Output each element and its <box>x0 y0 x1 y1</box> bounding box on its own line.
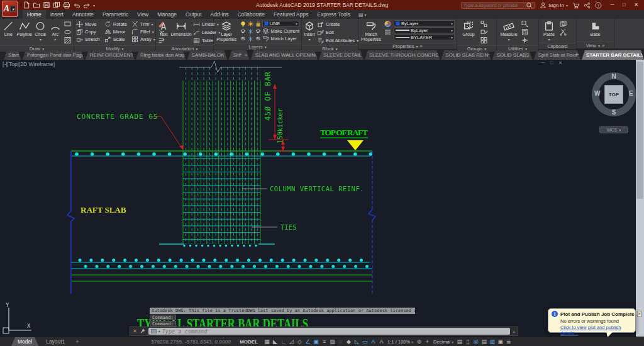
file-tab-sleeve-detail[interactable]: SLEEVE DETAIL✕ <box>319 50 364 60</box>
file-tab-reinforcement[interactable]: REINFORCEMENT✕ <box>86 50 135 60</box>
panel-title-properties[interactable]: Properties▾» <box>358 43 457 49</box>
share-icon[interactable] <box>584 2 591 9</box>
ribbon-tab-insert[interactable]: Insert <box>46 10 68 19</box>
new-file-icon[interactable] <box>23 1 30 9</box>
object-snap-icon[interactable]: ▣ <box>312 338 320 345</box>
copy-button[interactable]: Copy <box>76 28 100 35</box>
file-tab-solid-slab-rein-[interactable]: SOLID SLAB REIN*✕ <box>441 50 491 60</box>
array-button[interactable]: Array▾ <box>131 35 155 43</box>
make-current-button[interactable]: Make Current <box>262 28 299 35</box>
scale-button[interactable]: Scale <box>104 35 127 43</box>
layout1-tab[interactable]: Layout1 <box>40 337 71 346</box>
layer-off-icon[interactable] <box>255 28 262 35</box>
command-recent-icon[interactable] <box>151 329 157 333</box>
drawing-canvas[interactable]: CONCRETE GRADE 65 45Ø OF BAR 150kicker T… <box>0 60 644 337</box>
hatch-icon[interactable] <box>64 36 72 44</box>
ribbon-tab-annotate[interactable]: Annotate <box>68 10 98 19</box>
file-tab-samb-balok[interactable]: SAMB-BALOK✕ <box>187 50 228 60</box>
layer-on-icon[interactable] <box>240 21 247 27</box>
dwg-close-icon[interactable]: ✕ <box>558 60 562 65</box>
command-close-icon[interactable]: ✕ <box>133 328 137 334</box>
command-input[interactable] <box>162 328 508 335</box>
annotation-monitor-icon[interactable]: + <box>423 338 431 345</box>
quick-select-icon[interactable] <box>521 20 529 28</box>
3d-osnap-icon[interactable]: ◆ <box>345 338 353 345</box>
viewcube-east[interactable]: E <box>629 90 633 97</box>
panel-title-utilities[interactable]: Utilities▾ <box>497 45 538 52</box>
new-layout-button[interactable]: + <box>72 338 82 345</box>
lock-ui-icon[interactable]: ▯ <box>464 338 472 345</box>
mirror-button[interactable]: Mirror <box>104 28 127 35</box>
stretch-button[interactable]: Stretch <box>76 35 100 43</box>
measure-button[interactable]: Measure▾ <box>499 20 519 42</box>
match-properties-button[interactable]: Match Properties <box>360 20 382 42</box>
ribbon-tab-output[interactable]: Output <box>181 10 206 19</box>
notification-link[interactable]: Click to view plot and publish details..… <box>560 325 632 336</box>
match-layer-button[interactable]: Match Layer <box>262 35 297 43</box>
viewcube-north[interactable]: N <box>585 73 643 80</box>
layer-isolate-icon[interactable] <box>240 28 247 35</box>
redo-icon[interactable] <box>83 1 91 9</box>
ribbon-tab-view[interactable]: View <box>133 10 153 19</box>
base-button[interactable]: Base <box>587 20 604 37</box>
circle-button[interactable]: Circle▾ <box>34 20 47 42</box>
notification-close-icon[interactable]: ✕ <box>637 311 641 317</box>
rotate-button[interactable]: Rotate <box>104 20 127 28</box>
plot-icon[interactable] <box>63 1 70 9</box>
file-tab-start[interactable]: Start <box>4 50 21 60</box>
panel-title-modify[interactable]: Modify▾ <box>74 45 155 52</box>
quick-properties-icon[interactable]: ▤ <box>455 338 464 345</box>
color-wheel-icon[interactable] <box>384 20 392 28</box>
ortho-icon[interactable]: ∟ <box>279 338 287 345</box>
file-tab-slab-and-wall-opening-[interactable]: SLAB AND WALL OPENING*✕ <box>251 50 318 60</box>
group-manager-icon[interactable] <box>480 36 488 44</box>
undo-icon[interactable] <box>73 1 80 9</box>
ribbon-tab-collaborate[interactable]: Collaborate <box>233 10 269 19</box>
file-tab-sill-[interactable]: Sill*✕ <box>228 50 249 60</box>
tab-close-icon[interactable]: ✕ <box>227 53 228 58</box>
dwg-restore-icon[interactable]: □ <box>550 60 553 65</box>
units-label[interactable]: Decimal ▾ <box>431 339 455 345</box>
isometric-drafting-icon[interactable]: ◇ <box>296 338 304 345</box>
command-input-field[interactable]: ▾ <box>148 328 511 335</box>
tab-close-icon[interactable]: ✕ <box>244 53 248 58</box>
app-store-icon[interactable] <box>572 2 579 9</box>
line-button[interactable]: Line <box>2 20 15 37</box>
ribbon-tab-parametric[interactable]: Parametric <box>98 10 133 19</box>
edit-block-button[interactable]: Edit <box>317 28 358 36</box>
panel-expander-icon[interactable]: » <box>602 43 604 48</box>
copy-clip-icon[interactable] <box>559 20 567 28</box>
command-expand-icon[interactable]: ▴ <box>513 329 515 334</box>
search-icon[interactable] <box>526 2 533 9</box>
ribbon-tab-add-ins[interactable]: Add-ins <box>206 10 233 19</box>
panel-title-groups[interactable]: Groups▾ <box>457 45 496 52</box>
panel-title-draw[interactable]: Draw▾ <box>0 45 74 52</box>
ribbon-tab-manage[interactable]: Manage <box>153 10 181 19</box>
dwg-minimize-icon[interactable]: ─ <box>541 60 545 65</box>
panel-title-clipboard[interactable]: Clipboard <box>539 43 576 49</box>
panel-expander-icon[interactable]: » <box>420 43 423 49</box>
wcs-dropdown[interactable]: WCS▾ <box>599 126 628 133</box>
close-button[interactable]: ✕ <box>630 1 642 9</box>
command-customize-icon[interactable] <box>140 328 146 335</box>
linetype-list-icon[interactable] <box>384 28 392 36</box>
rectangle-icon[interactable] <box>64 20 72 28</box>
plot-status-icon[interactable]: ▤ <box>480 338 488 345</box>
panel-title-block[interactable]: Block▾ <box>302 45 358 52</box>
transparency-icon[interactable]: ▨ <box>328 338 336 345</box>
ribbon-tab-featured-apps[interactable]: Featured Apps <box>269 10 313 19</box>
file-tab-sleeve-through-concrete[interactable]: SLEEVE THROUGH CONCRETE✕ <box>365 50 440 60</box>
layer-thaw-icon[interactable] <box>247 21 254 27</box>
clean-screen-icon[interactable]: ▣ <box>496 338 504 345</box>
quick-calc-icon[interactable] <box>521 28 529 36</box>
save-as-icon[interactable] <box>53 1 60 9</box>
open-file-icon[interactable] <box>33 1 40 9</box>
fillet-button[interactable]: Fillet▾ <box>131 28 155 35</box>
lineweight-dropdown[interactable]: ByLayer▾ <box>394 27 455 33</box>
viewport-controls[interactable]: [-][Top][2D Wireframe] <box>3 61 55 67</box>
model-space-button[interactable]: MODEL <box>237 339 260 345</box>
annotation-visibility-icon[interactable]: A <box>369 338 377 345</box>
autoscale-icon[interactable]: A <box>377 338 386 345</box>
layer-freeze-icon[interactable] <box>247 28 254 35</box>
id-point-icon[interactable] <box>521 36 529 44</box>
